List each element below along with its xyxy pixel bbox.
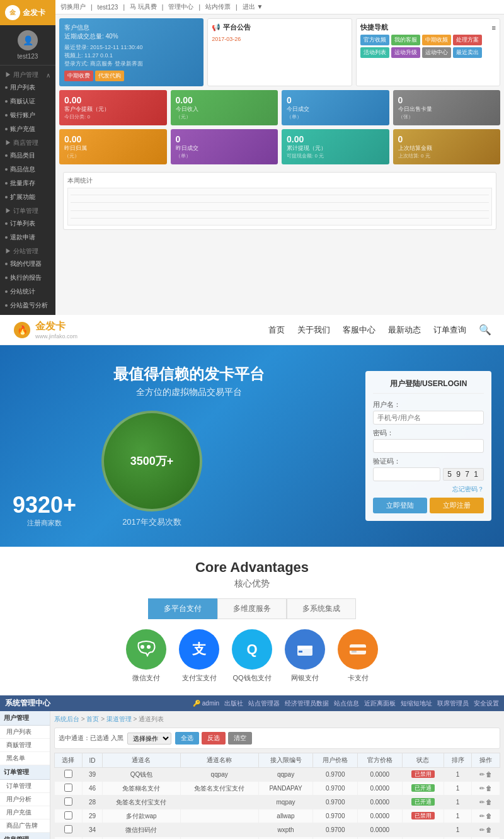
nav-home[interactable]: 首页 (268, 324, 285, 336)
row-checkbox-5[interactable] (64, 825, 72, 833)
btn-invert[interactable]: 反选 (202, 732, 226, 745)
sys-nav-site[interactable]: 站点管理器 (248, 699, 280, 708)
sys-sidebar-orders[interactable]: 订单管理 (0, 780, 50, 793)
nav-news[interactable]: 最新动态 (388, 324, 421, 336)
login-button[interactable]: 立即登陆 (373, 498, 427, 513)
qbtn-6[interactable]: 运动升级 (391, 47, 420, 58)
sys-sidebar-analysis[interactable]: 用户分析 (0, 793, 50, 806)
sys-sidebar-userlist[interactable]: 用户列表 (0, 726, 50, 739)
sidebar-item-verify[interactable]: 商贩认证 (0, 94, 55, 108)
register-button[interactable]: 立即注册 (430, 498, 484, 513)
action-edit-4[interactable]: ✏ (479, 813, 484, 819)
sidebar-item-orders[interactable]: 订单列表 (0, 217, 55, 231)
td-select[interactable] (55, 782, 83, 796)
toolbar-select[interactable]: 选择操作 (127, 733, 171, 745)
sidebar-item-recharge[interactable]: 账户充值 (0, 122, 55, 136)
adv-tab-service[interactable]: 多维度服务 (217, 598, 287, 619)
qbtn-1[interactable]: 官方收频 (360, 35, 389, 45)
td-officialprice: 0.0000 (357, 823, 402, 837)
sys-nav-economy[interactable]: 经济管理员数据 (285, 699, 329, 708)
login-captcha-input[interactable] (373, 467, 440, 481)
td-select[interactable] (55, 837, 83, 840)
adv-tab-system[interactable]: 多系统集成 (287, 598, 356, 619)
sys-nav-coladmin[interactable]: 联席管理员 (437, 699, 469, 708)
action-delete-5[interactable]: 🗑 (486, 826, 492, 833)
forgot-password-link[interactable]: 忘记密码？ (373, 485, 484, 494)
btn-clear[interactable]: 清空 (228, 732, 252, 745)
qbtn-8[interactable]: 最近卖出 (453, 47, 482, 58)
action-edit-2[interactable]: ✏ (479, 785, 484, 792)
sidebar-item-category[interactable]: 商品类目 (0, 149, 55, 163)
sys-sidebar-blacklist[interactable]: 黑名单 (0, 752, 50, 765)
sys-nav-info[interactable]: 站点信息 (334, 699, 359, 708)
adv-icon-wechat: 微信支付 (126, 629, 166, 683)
sidebar-section-shop: ▶ 商店管理 (0, 136, 55, 149)
action-delete-4[interactable]: 🗑 (486, 813, 492, 819)
sidebar-item-batch[interactable]: 批量库存 (0, 176, 55, 190)
td-select[interactable] (55, 796, 83, 809)
topbar-link4[interactable]: 进出 ▼ (243, 3, 263, 11)
sys-nav-admin[interactable]: 🔑 admin (193, 700, 219, 707)
qbtn-5[interactable]: 活动列表 (360, 47, 389, 58)
sidebar-item-proxy[interactable]: 我的代理器 (0, 257, 55, 271)
admin-system: 系统管理中心 🔑 admin 出版社 站点管理器 经济管理员数据 站点信息 近距… (0, 695, 504, 839)
qbtn-7[interactable]: 运动中心 (422, 47, 451, 58)
td-select[interactable] (55, 809, 83, 823)
qbtn-3[interactable]: 中期收频 (422, 35, 451, 45)
table-row: 39 QQ钱包 qqpay qqpay 0.9700 0.0000 已禁用 1 … (55, 768, 500, 782)
stat-income-sub: （元） (176, 113, 273, 120)
topbar-link1[interactable]: 马 玩具费 (130, 3, 157, 11)
breadcrumb-home[interactable]: 系统后台 (54, 716, 79, 722)
table-row: 28 免签名支付宝支付 mqpay 0.9700 0.0000 已开通 1 ✏ … (55, 796, 500, 809)
sys-nav-shorturl[interactable]: 短缩短地址 (401, 699, 432, 708)
row-checkbox-4[interactable] (64, 811, 72, 819)
nav-orders[interactable]: 订单查询 (433, 324, 466, 336)
row-checkbox-2[interactable] (64, 784, 72, 792)
topbar-link3[interactable]: 站内传票 (205, 3, 231, 11)
search-icon[interactable]: 🔍 (479, 324, 491, 336)
action-edit-5[interactable]: ✏ (479, 826, 484, 833)
btn-service[interactable]: 中期收费 (64, 71, 93, 81)
td-select[interactable] (55, 768, 83, 782)
client-info-ip: 视频上: 11.27 0.0.1 (64, 52, 198, 60)
nav-support[interactable]: 客服中心 (343, 324, 375, 336)
action-delete-1[interactable]: 🗑 (486, 771, 492, 778)
qbtn-2[interactable]: 我的客服 (391, 35, 420, 45)
topbar-switch[interactable]: 切换用户 (60, 3, 86, 11)
action-edit-3[interactable]: ✏ (479, 799, 484, 806)
adv-tab-payment[interactable]: 多平台支付 (148, 598, 217, 619)
nav-about[interactable]: 关于我们 (297, 324, 330, 336)
topbar-link2[interactable]: 管理中心 (168, 3, 193, 11)
announce-item[interactable]: 2017-03-26 (212, 35, 347, 43)
sidebar-item-refund[interactable]: 退款申请 (0, 231, 55, 244)
action-delete-2[interactable]: 🗑 (486, 785, 492, 792)
action-delete-3[interactable]: 🗑 (486, 799, 492, 806)
row-checkbox-1[interactable] (64, 770, 72, 778)
td-action: ✏ 🗑 (471, 837, 500, 840)
sidebar-item-stat[interactable]: 分站统计 (0, 285, 55, 299)
sidebar-item-report[interactable]: 执行的报告 (0, 271, 55, 285)
sidebar-item-userlist[interactable]: 用户列表 (0, 81, 55, 94)
row-checkbox-3[interactable] (64, 797, 72, 806)
captcha-image[interactable]: 5 9 7 1 (443, 468, 484, 481)
sys-sidebar-merchant[interactable]: 商贩管理 (0, 739, 50, 752)
sys-sidebar-recharge[interactable]: 用户充值 (0, 806, 50, 819)
td-select[interactable] (55, 823, 83, 837)
sys-nav-publisher[interactable]: 出版社 (224, 699, 243, 708)
td-code: gscode (258, 837, 313, 840)
breadcrumb-channel[interactable]: 渠道管理 (106, 716, 132, 722)
btn-select-all[interactable]: 全选 (175, 732, 199, 745)
qbtn-4[interactable]: 处理方案 (453, 35, 482, 45)
action-edit-1[interactable]: ✏ (479, 771, 484, 778)
sidebar-item-bank[interactable]: 银行账户 (0, 108, 55, 122)
sidebar-item-extend[interactable]: 扩展功能 (0, 190, 55, 204)
breadcrumb-index[interactable]: 首页 (86, 716, 99, 722)
sys-nav-security[interactable]: 安全设置 (474, 699, 499, 708)
login-password-input[interactable] (373, 439, 484, 453)
sidebar-item-analysis[interactable]: 分站盈亏分析 (0, 299, 55, 312)
login-username-input[interactable] (373, 411, 484, 425)
sys-nav-panel[interactable]: 近距离面板 (364, 699, 396, 708)
sys-sidebar-adboard[interactable]: 商品广告牌 (0, 819, 50, 833)
btn-proxy[interactable]: 代发代购 (95, 71, 124, 81)
sidebar-item-products[interactable]: 商品信息 (0, 163, 55, 176)
